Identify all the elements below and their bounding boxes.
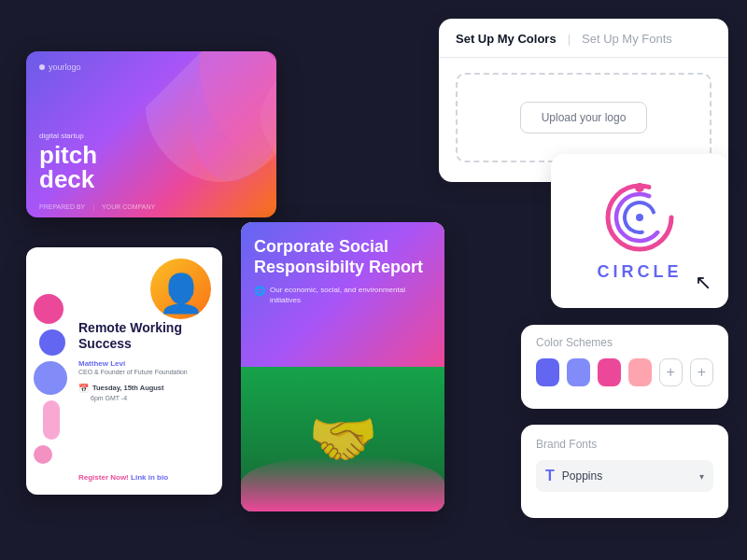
color-schemes-card: Color Schemes + + bbox=[521, 325, 728, 409]
brand-fonts-label: Brand Fonts bbox=[536, 438, 713, 451]
remote-working-card: 👤 Remote Working Success Matthew Levi CE… bbox=[26, 247, 222, 495]
pitch-deck-main-title: pitch deck bbox=[39, 143, 97, 191]
shape-circle-pink bbox=[34, 294, 63, 324]
font-name-display: Poppins bbox=[562, 469, 692, 483]
font-type-icon: T bbox=[545, 468, 555, 484]
logo-dot bbox=[39, 64, 45, 70]
shape-circle-blue bbox=[39, 329, 65, 356]
wave-decoration bbox=[146, 51, 276, 182]
decorative-shapes bbox=[34, 294, 67, 464]
csr-top-section: Corporate Social Responsibilty Report 🌐 … bbox=[241, 222, 444, 367]
chevron-down-icon: ▾ bbox=[699, 471, 704, 482]
svg-point-5 bbox=[636, 214, 643, 221]
register-button[interactable]: Register Now! Link in bio bbox=[78, 473, 168, 482]
swatch-4[interactable] bbox=[628, 358, 652, 386]
circle-logo-svg bbox=[602, 180, 677, 255]
setup-tabs: Set Up My Colors | Set Up My Fonts bbox=[439, 19, 728, 58]
csr-image-area: 🤝 bbox=[241, 367, 444, 511]
csr-title: Corporate Social Responsibilty Report bbox=[254, 237, 431, 277]
person-silhouette: 👤 bbox=[158, 272, 204, 315]
event-time: 6pm GMT -4 bbox=[78, 395, 211, 401]
tab-divider: | bbox=[568, 32, 571, 57]
brand-fonts-card: Brand Fonts T Poppins ▾ bbox=[521, 425, 728, 518]
add-swatch-button-1[interactable]: + bbox=[659, 358, 683, 386]
csr-subtitle-area: 🌐 Our economic, social, and environmenta… bbox=[254, 285, 431, 305]
upload-logo-button[interactable]: Upload your logo bbox=[520, 102, 648, 133]
upload-area[interactable]: Upload your logo bbox=[456, 73, 712, 162]
tab-setup-colors[interactable]: Set Up My Colors bbox=[456, 32, 557, 57]
font-selector-dropdown[interactable]: T Poppins ▾ bbox=[536, 460, 713, 492]
event-date: Tuesday, 15th August bbox=[92, 384, 164, 392]
color-swatches: + + bbox=[536, 358, 713, 386]
pitch-deck-subtitle: digital startup bbox=[39, 132, 97, 140]
remote-card-content: Remote Working Success Matthew Levi CEO … bbox=[78, 320, 211, 401]
presenter-name: Matthew Levi bbox=[78, 359, 211, 368]
circle-brand-name: CIRCLE bbox=[598, 262, 683, 282]
csr-report-card: Corporate Social Responsibilty Report 🌐 … bbox=[241, 222, 444, 511]
date-area: 📅 Tuesday, 15th August bbox=[78, 384, 211, 393]
svg-point-6 bbox=[635, 183, 644, 192]
circle-logo-card: CIRCLE ↖ bbox=[551, 154, 728, 308]
pitch-deck-title-area: digital startup pitch deck bbox=[39, 132, 97, 191]
swatch-1[interactable] bbox=[536, 358, 559, 386]
csr-overlay bbox=[241, 455, 444, 511]
swatch-3[interactable] bbox=[598, 358, 621, 386]
globe-icon: 🌐 bbox=[254, 286, 265, 296]
add-swatch-button-2[interactable]: + bbox=[690, 358, 713, 386]
cursor-arrow-icon: ↖ bbox=[695, 271, 712, 295]
pitch-deck-footer: PREPARED BY | YOUR COMPANY bbox=[39, 203, 155, 210]
color-schemes-label: Color Schemes bbox=[536, 336, 713, 349]
presenter-role: CEO & Founder of Future Foundation bbox=[78, 368, 211, 376]
csr-description: Our economic, social, and environmental … bbox=[270, 285, 431, 305]
shape-circle-sm bbox=[34, 445, 52, 464]
pitch-deck-logo: yourlogo bbox=[39, 63, 81, 72]
shape-rect-pink bbox=[43, 400, 60, 440]
shape-circle-blue2 bbox=[34, 361, 67, 395]
calendar-icon: 📅 bbox=[78, 384, 89, 393]
swatch-2[interactable] bbox=[567, 358, 590, 386]
event-title: Remote Working Success bbox=[78, 320, 211, 352]
tab-setup-fonts[interactable]: Set Up My Fonts bbox=[582, 32, 672, 57]
pitch-deck-card: yourlogo digital startup pitch deck PREP… bbox=[26, 51, 276, 217]
presenter-photo: 👤 bbox=[150, 259, 211, 319]
